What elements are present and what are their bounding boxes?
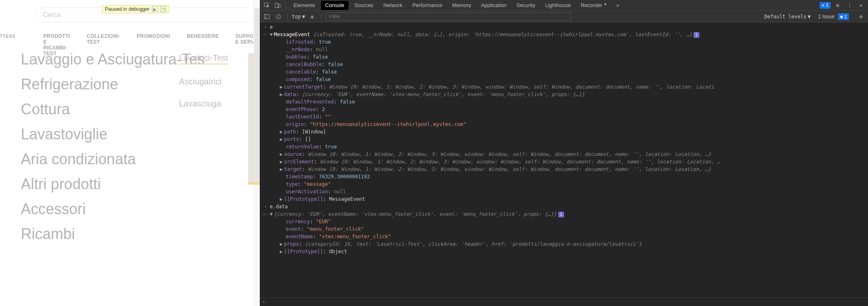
console-settings-icon[interactable]: ⚙	[856, 12, 866, 21]
subcategory-item[interactable]: Lavatrici-Test	[179, 53, 228, 64]
category-item[interactable]: Aria condizionata	[21, 151, 205, 168]
subcategory-item[interactable]: Lavasciuga	[179, 99, 228, 109]
object-property[interactable]: isTrusted: true	[260, 38, 868, 46]
subcategory-item[interactable]: Asciugatrici	[179, 77, 228, 86]
object-property[interactable]: event: "menu_footer_click"	[260, 225, 868, 233]
object-property[interactable]: ▶data: {currency: 'EUR', eventName: 'vte…	[260, 91, 868, 98]
object-property[interactable]: type: "message"	[260, 180, 868, 188]
category-item[interactable]: Altri prodotti	[21, 175, 205, 193]
errors-badge[interactable]: ✕ 1	[820, 2, 831, 9]
log-levels-select[interactable]: Default levels ▼	[764, 14, 811, 20]
tab-security[interactable]: Security	[512, 1, 540, 10]
object-property[interactable]: ▶path: [Window]	[260, 128, 868, 136]
console-result[interactable]: ‹·▼{currency: 'EUR', eventName: 'vtex:me…	[260, 210, 868, 218]
resume-icon[interactable]: ▶	[152, 6, 158, 12]
hero-image-fragment	[248, 53, 260, 182]
clear-console-icon[interactable]	[274, 12, 283, 21]
tab-console[interactable]: Console	[321, 1, 348, 10]
object-property[interactable]: origin: "https://menuanalyticsevent--itw…	[260, 121, 868, 128]
svg-rect-1	[275, 3, 278, 7]
console-output[interactable]: ›e ‹·▼MessageEvent {isTrusted: true, __n…	[260, 22, 868, 297]
console-input-echo: ›e	[260, 23, 868, 31]
info-icon[interactable]: i	[558, 212, 564, 217]
kebab-menu-icon[interactable]: ⋮	[845, 1, 854, 10]
category-item[interactable]: Cottura	[21, 101, 205, 118]
tab-memory[interactable]: Memory	[448, 1, 475, 10]
object-property[interactable]: ▶props: {categoryId: 16, text: 'Lavatric…	[260, 240, 868, 248]
separator	[321, 13, 321, 20]
info-icon[interactable]: i	[694, 32, 699, 38]
tab-elements[interactable]: Elements	[289, 1, 319, 10]
object-property[interactable]: eventName: "vtex:menu_footer_click"	[260, 233, 868, 240]
sidebar-toggle-icon[interactable]	[262, 12, 271, 21]
object-property[interactable]: ▶target: Window {0: Window, 1: Window, 2…	[260, 165, 868, 173]
svg-rect-2	[279, 4, 280, 7]
tab-application[interactable]: Application	[477, 1, 510, 10]
context-select[interactable]: top ▼	[292, 14, 305, 20]
object-property[interactable]: ▶[[Prototype]]: MessageEvent	[260, 195, 868, 203]
category-item[interactable]: Lavastoviglie	[21, 126, 205, 143]
console-prompt[interactable]: ›	[260, 297, 868, 306]
search-placeholder: Cerca	[43, 11, 61, 19]
separator	[287, 13, 288, 20]
console-input-echo: ›e.data	[260, 203, 868, 210]
object-property[interactable]: bubbles: false	[260, 53, 868, 61]
svg-line-6	[277, 15, 280, 18]
console-result[interactable]: ‹·▼MessageEvent {isTrusted: true, __nrNo…	[260, 31, 868, 38]
object-property[interactable]: lastEventId: ""	[260, 113, 868, 121]
object-property[interactable]: defaultPrevented: false	[260, 98, 868, 106]
live-expression-icon[interactable]: ◉	[308, 12, 317, 21]
close-icon[interactable]: ✕	[856, 1, 866, 10]
settings-icon[interactable]: ⚙	[833, 1, 842, 10]
tab-recorder[interactable]: Recorder ▲	[577, 0, 612, 10]
object-property[interactable]: cancelable: false	[260, 68, 868, 76]
website-pane: ol TTERS Cerca Paused in debugger ▶ ↷ PR…	[0, 0, 260, 306]
tab-sources[interactable]: Sources	[350, 1, 378, 10]
tab-lighthouse[interactable]: Lighthouse	[541, 1, 575, 10]
object-property[interactable]: ▶source: Window {0: Window, 1: Window, 2…	[260, 151, 868, 158]
separator	[286, 2, 286, 9]
category-item[interactable]: Lavaggio e Asciugatura-Tes	[21, 51, 205, 68]
devtools-tabbar: Elements Console Sources Network Perform…	[260, 0, 868, 11]
object-property[interactable]: __nrNode: null	[260, 46, 868, 53]
debugger-paused-badge: Paused in debugger ▶ ↷	[102, 5, 169, 13]
svg-rect-3	[264, 14, 269, 19]
object-property[interactable]: ▶srcElement: Window {0: Window, 1: Windo…	[260, 158, 868, 165]
console-toolbar: top ▼ ◉ Default levels ▼ 1 Issue: ■ 1 ⚙	[260, 11, 868, 22]
prompt-chevron-icon: ›	[262, 299, 269, 305]
object-property[interactable]: currency: "EUR"	[260, 218, 868, 225]
subcategory-list: Lavatrici-Test Asciugatrici Lavasciuga	[179, 53, 228, 109]
object-property[interactable]: cancelBubble: false	[260, 61, 868, 68]
tab-performance[interactable]: Performance	[408, 1, 447, 10]
device-mode-icon[interactable]	[273, 1, 282, 10]
paused-label: Paused in debugger	[105, 6, 149, 12]
filter-input[interactable]	[326, 12, 571, 21]
object-property[interactable]: ▶ports: []	[260, 136, 868, 143]
object-property[interactable]: composed: false	[260, 76, 868, 83]
category-item[interactable]: Refrigerazione	[21, 76, 205, 93]
object-property[interactable]: ▶[[Prototype]]: Object	[260, 248, 868, 255]
object-property[interactable]: userActivation: null	[260, 188, 868, 195]
issues-button[interactable]: 1 Issue: ■ 1	[818, 13, 849, 20]
inspect-icon[interactable]	[262, 1, 271, 10]
object-property[interactable]: timeStamp: 76329.30000001192	[260, 173, 868, 180]
object-property[interactable]: eventPhase: 2	[260, 106, 868, 113]
object-property[interactable]: returnValue: true	[260, 143, 868, 151]
category-item[interactable]: Ricambi	[21, 225, 205, 243]
object-property[interactable]: ▶currentTarget: Window {0: Window, 1: Wi…	[260, 83, 868, 91]
tab-network[interactable]: Network	[379, 1, 407, 10]
category-list: Lavaggio e Asciugatura-Tes Refrigerazion…	[21, 51, 205, 243]
devtools-panel: Elements Console Sources Network Perform…	[260, 0, 868, 306]
more-tabs-icon[interactable]: »	[613, 1, 622, 10]
step-over-icon[interactable]: ↷	[160, 6, 166, 12]
category-item[interactable]: Accessori	[21, 200, 205, 218]
